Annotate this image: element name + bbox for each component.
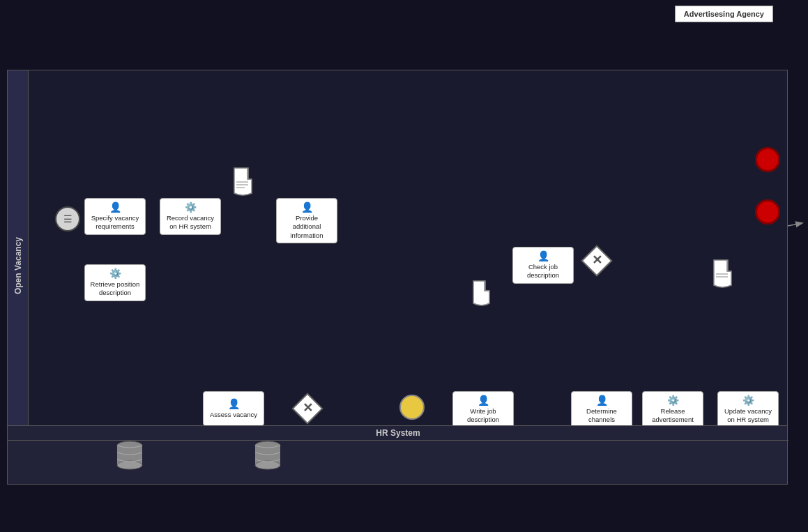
main-canvas: Advertisesing Agency xyxy=(0,0,808,532)
task-retrieve-position[interactable]: ⚙️ Retrieve position description xyxy=(84,264,146,301)
task-icon-release: ⚙️ xyxy=(667,395,679,406)
task-icon-check: 👤 xyxy=(538,250,549,261)
task-specify-vacancy[interactable]: 👤 Specify vacancy requirements xyxy=(84,198,146,235)
hr-system-bar: HR System xyxy=(7,425,788,485)
task-label-update-hr: Update vacancy on HR system xyxy=(722,407,774,425)
task-icon-record: ⚙️ xyxy=(185,202,197,213)
end-event-1 xyxy=(755,147,780,172)
task-update-vacancy-hr[interactable]: ⚙️ Update vacancy on HR system xyxy=(717,391,779,428)
task-check-job[interactable]: 👤 Check job description xyxy=(512,247,574,284)
task-label-release: Release advertisement xyxy=(647,407,699,425)
svg-text:✕: ✕ xyxy=(303,401,313,415)
agency-label: Advertisesing Agency xyxy=(684,10,764,18)
start-event: ☰ xyxy=(55,206,80,231)
svg-point-27 xyxy=(117,461,142,469)
task-icon-specify: 👤 xyxy=(109,202,121,213)
task-icon-provide: 👤 xyxy=(301,202,313,213)
task-icon-update-hr: ⚙️ xyxy=(742,395,754,406)
document-3 xyxy=(710,259,735,291)
database-2 xyxy=(254,440,282,476)
swimlane-label: Open Vacancy xyxy=(8,70,29,461)
task-label-retrieve: Retrieve position description xyxy=(89,280,141,298)
task-label-specify: Specify vacancy requirements xyxy=(89,214,141,231)
task-label-record: Record vacancy on HR system xyxy=(165,214,216,231)
task-label-write: Write job description xyxy=(457,407,509,425)
task-label-provide: Provide additional information xyxy=(281,214,333,240)
svg-point-30 xyxy=(255,461,280,469)
end-event-2 xyxy=(755,199,780,225)
gateway-assess: ✕ xyxy=(290,391,325,426)
intermediate-event xyxy=(399,395,425,420)
gateway-check-job: ✕ xyxy=(579,243,614,278)
task-provide-additional[interactable]: 👤 Provide additional information xyxy=(276,198,337,243)
task-icon-retrieve: ⚙️ xyxy=(109,268,121,279)
task-write-job[interactable]: 👤 Write job description xyxy=(452,391,514,428)
svg-text:✕: ✕ xyxy=(592,253,602,267)
database-1 xyxy=(116,440,144,476)
swimlane-text: Open Vacancy xyxy=(13,237,23,294)
task-record-vacancy[interactable]: ⚙️ Record vacancy on HR system xyxy=(160,198,221,235)
document-1 xyxy=(231,167,255,199)
task-assess-vacancy[interactable]: 👤 Assess vacancy xyxy=(203,391,264,426)
start-icon: ☰ xyxy=(63,213,73,225)
task-icon-write: 👤 xyxy=(478,395,489,406)
document-2 xyxy=(471,280,492,309)
task-release-advertisement[interactable]: ⚙️ Release advertisement xyxy=(642,391,703,428)
task-label-check: Check job description xyxy=(517,263,569,280)
task-icon-assess: 👤 xyxy=(228,398,240,409)
hr-system-label: HR System xyxy=(8,426,788,441)
swimlane-container: Open Vacancy ☰ 👤 Specify vacancy require… xyxy=(7,70,788,460)
hr-system-text: HR System xyxy=(376,428,420,438)
task-icon-determine: 👤 xyxy=(596,395,608,406)
task-label-determine: Determine channels xyxy=(576,407,627,425)
agency-box: Advertisesing Agency xyxy=(675,6,773,22)
task-determine-channels[interactable]: 👤 Determine channels xyxy=(571,391,632,428)
task-label-assess: Assess vacancy xyxy=(210,411,257,419)
